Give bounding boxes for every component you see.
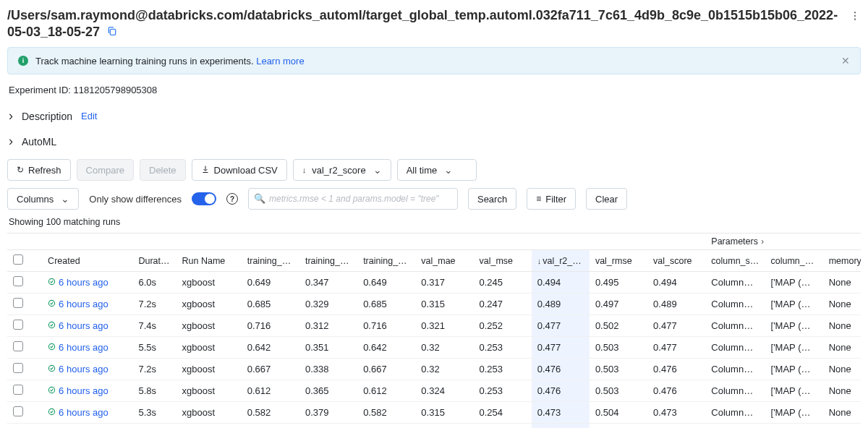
col-training-score[interactable]: training_score: [357, 250, 415, 272]
table-row[interactable]: 6 hours ago6.0sxgboost0.6490.3470.6490.3…: [7, 272, 861, 294]
col-column-select-1[interactable]: column_select: [705, 250, 765, 272]
kebab-menu-icon[interactable]: [846, 7, 864, 27]
copy-icon[interactable]: [106, 25, 118, 41]
checkbox-icon[interactable]: [13, 385, 23, 395]
col-runname[interactable]: Run Name: [176, 250, 242, 272]
filter-icon: [536, 194, 541, 204]
automl-section[interactable]: AutoML: [9, 134, 861, 149]
row-checkbox[interactable]: [7, 315, 42, 337]
col-created[interactable]: Created: [42, 250, 132, 272]
tr-score-cell: 0.716: [357, 315, 415, 337]
row-checkbox[interactable]: [7, 359, 42, 380]
parameters-group-header[interactable]: Parameters›: [705, 234, 861, 250]
compare-button: Compare: [77, 159, 134, 181]
checkbox-icon[interactable]: [13, 341, 23, 351]
banner-text: Track machine learning training runs in …: [35, 56, 305, 67]
runname-cell: xgboost: [176, 359, 242, 380]
runname-cell: xgboost: [176, 294, 242, 315]
table-row[interactable]: 6 hours ago5.8sxgboost0.6120.3650.6120.3…: [7, 380, 861, 402]
mem-cell: None: [823, 380, 861, 402]
col-training-rmse[interactable]: training_rmse: [299, 250, 357, 272]
v-mae-cell: 0.32: [415, 337, 473, 359]
mem-cell: None: [823, 272, 861, 294]
duration-cell: 6.0s: [132, 272, 176, 294]
created-cell[interactable]: 6 hours ago: [42, 272, 132, 294]
table-row[interactable]: 6 hours ago7.2sxgboost0.6670.3380.6670.3…: [7, 359, 861, 380]
cs1-cell: ColumnSel...: [705, 272, 765, 294]
checkbox-icon[interactable]: [13, 254, 23, 265]
check-icon: [48, 278, 56, 287]
diff-label: Only show differences: [89, 194, 182, 205]
col-column-select-2[interactable]: column_select: [765, 250, 823, 272]
tr-rmse-cell: 0.379: [299, 402, 357, 424]
v-score-cell: 0.477: [647, 337, 705, 359]
filter-button[interactable]: Filter: [527, 188, 576, 210]
v-mse-cell: 0.247: [474, 294, 532, 315]
v-r2-cell: 0.477: [532, 315, 590, 337]
table-row[interactable]: 6 hours ago5.5sxgboost0.6420.3510.6420.3…: [7, 337, 861, 359]
checkbox-icon[interactable]: [13, 363, 23, 373]
created-cell[interactable]: 6 hours ago: [42, 359, 132, 380]
description-section[interactable]: Description Edit: [9, 108, 861, 124]
sort-by-select[interactable]: ↓val_r2_score: [293, 159, 391, 181]
created-cell[interactable]: 6 hours ago: [42, 402, 132, 424]
mem-cell: None: [823, 359, 861, 380]
chevron-right-icon: ›: [761, 236, 764, 247]
col-val-score[interactable]: val_score: [647, 250, 705, 272]
v-rmse-cell: 0.502: [590, 315, 647, 337]
row-checkbox[interactable]: [7, 402, 42, 424]
checkbox-icon[interactable]: [13, 320, 23, 330]
table-row[interactable]: 6 hours ago7.5sxgboost0.6690.3370.6690.3…: [7, 424, 861, 428]
col-duration[interactable]: Duration: [132, 250, 176, 272]
help-icon[interactable]: ?: [226, 193, 238, 205]
tr-rmse-cell: 0.338: [299, 359, 357, 380]
clear-button[interactable]: Clear: [586, 188, 627, 210]
close-icon[interactable]: ✕: [841, 55, 850, 67]
created-cell[interactable]: 6 hours ago: [42, 380, 132, 402]
table-row[interactable]: 6 hours ago7.2sxgboost0.6850.3290.6850.3…: [7, 294, 861, 315]
checkbox-icon[interactable]: [13, 406, 23, 416]
created-cell[interactable]: 6 hours ago: [42, 424, 132, 428]
tr-r2-cell: 0.685: [242, 294, 299, 315]
search-button[interactable]: Search: [468, 188, 516, 210]
col-val-rmse[interactable]: val_rmse: [590, 250, 647, 272]
tr-rmse-cell: 0.351: [299, 337, 357, 359]
table-row[interactable]: 6 hours ago7.4sxgboost0.7160.3120.7160.3…: [7, 315, 861, 337]
v-r2-cell: 0.494: [532, 272, 590, 294]
cs1-cell: ColumnSel...: [705, 359, 765, 380]
row-checkbox[interactable]: [7, 294, 42, 315]
search-input[interactable]: [248, 188, 458, 210]
svg-point-2: [854, 15, 856, 17]
col-val-mae[interactable]: val_mae: [415, 250, 473, 272]
checkbox-icon[interactable]: [13, 298, 23, 308]
experiment-id: Experiment ID: 1181205798905308: [9, 85, 861, 95]
created-cell[interactable]: 6 hours ago: [42, 315, 132, 337]
checkbox-icon[interactable]: [13, 276, 23, 286]
col-val-r2[interactable]: ↓val_r2_score: [532, 250, 590, 272]
created-cell[interactable]: 6 hours ago: [42, 337, 132, 359]
runname-cell: xgboost: [176, 337, 242, 359]
download-csv-button[interactable]: Download CSV: [192, 159, 287, 181]
columns-select[interactable]: Columns: [7, 188, 79, 210]
tr-score-cell: 0.642: [357, 337, 415, 359]
edit-link[interactable]: Edit: [81, 111, 97, 121]
col-memory[interactable]: memory: [823, 250, 861, 272]
row-checkbox[interactable]: [7, 272, 42, 294]
refresh-button[interactable]: Refresh: [7, 159, 71, 181]
v-mae-cell: 0.315: [415, 402, 473, 424]
row-checkbox[interactable]: [7, 337, 42, 359]
show-diff-toggle[interactable]: [192, 192, 216, 205]
time-filter-select[interactable]: All time: [397, 159, 477, 181]
col-val-mse[interactable]: val_mse: [474, 250, 532, 272]
v-mse-cell: 0.253: [474, 380, 532, 402]
col-training-r2[interactable]: training_r2_sc: [242, 250, 299, 272]
checkbox-header[interactable]: [7, 250, 42, 272]
v-mae-cell: 0.317: [415, 272, 473, 294]
row-checkbox[interactable]: [7, 424, 42, 428]
learn-more-link[interactable]: Learn more: [256, 56, 304, 67]
cs1-cell: ColumnSel...: [705, 402, 765, 424]
v-rmse-cell: 0.497: [590, 294, 647, 315]
row-checkbox[interactable]: [7, 380, 42, 402]
created-cell[interactable]: 6 hours ago: [42, 294, 132, 315]
table-row[interactable]: 6 hours ago5.3sxgboost0.5820.3790.5820.3…: [7, 402, 861, 424]
